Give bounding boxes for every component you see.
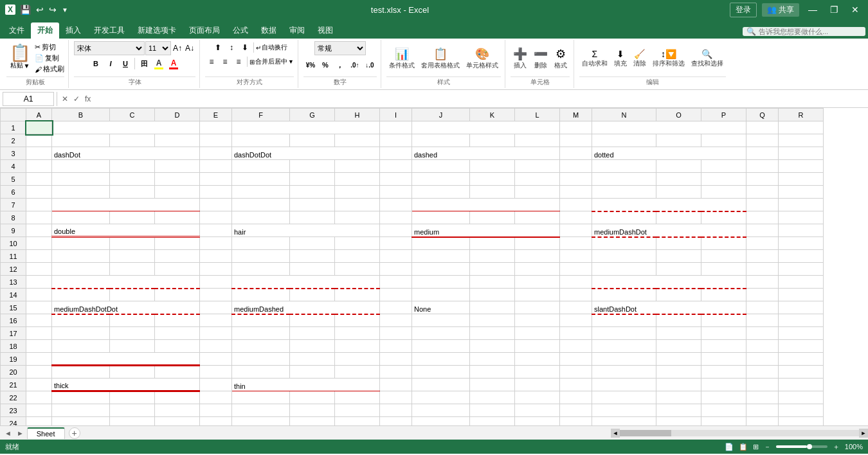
cell-Q9[interactable] [746,224,779,237]
cell-J16[interactable] [412,314,470,327]
cell-N22[interactable] [592,391,656,404]
cell-M15[interactable] [560,301,592,314]
cell-Q4[interactable] [746,160,779,173]
cell-J18[interactable] [412,340,470,353]
cell-G17[interactable] [290,327,335,340]
cell-B18[interactable] [52,340,110,353]
cell-D6[interactable] [155,186,200,199]
cell-K11[interactable] [470,250,515,263]
cell-C11[interactable] [110,250,155,263]
formula-confirm-button[interactable]: ✓ [71,94,82,104]
cell-B21[interactable]: thick [52,379,200,391]
cell-J3[interactable]: dashed [412,147,560,160]
cell-A1[interactable] [26,121,52,134]
cell-F1[interactable] [232,121,380,134]
cell-P2[interactable] [701,134,746,147]
cell-K16[interactable] [470,314,515,327]
conditional-format-button[interactable]: 📊 条件格式 [386,46,417,71]
cell-J21[interactable] [412,379,470,391]
cell-C10[interactable] [110,237,155,250]
horizontal-scrollbar[interactable]: ◄ ► [611,429,868,438]
cell-P18[interactable] [701,340,746,353]
decrease-decimal-button[interactable]: ↓.0 [363,58,377,72]
cell-P10[interactable] [701,237,746,250]
formula-cancel-button[interactable]: ✕ [60,94,70,104]
cell-A19[interactable] [26,353,52,366]
cell-P20[interactable] [701,366,746,379]
cell-E12[interactable] [200,263,232,276]
cell-I6[interactable] [380,186,412,199]
cell-M6[interactable] [560,186,592,199]
cell-K12[interactable] [470,263,515,276]
cell-G19[interactable] [290,353,335,366]
cell-Q12[interactable] [746,263,779,276]
cell-A16[interactable] [26,314,52,327]
cell-L10[interactable] [515,237,560,250]
cell-N9[interactable]: mediumDashDot [592,224,746,237]
cell-P16[interactable] [701,314,746,327]
cell-J7[interactable] [412,199,560,211]
col-header-H[interactable]: H [335,109,380,121]
align-bottom-button[interactable]: ⬇ [239,41,251,54]
cell-K15[interactable] [470,301,515,314]
cell-M4[interactable] [560,160,592,173]
sheet-nav-prev[interactable]: ◄ [3,429,14,437]
cell-I14[interactable] [380,289,412,301]
cell-P6[interactable] [701,186,746,199]
cell-N24[interactable] [592,417,656,426]
cell-R8[interactable] [779,211,824,224]
cell-M23[interactable] [560,404,592,417]
cell-M14[interactable] [560,289,592,301]
cell-G22[interactable] [290,391,335,404]
cell-F20[interactable] [232,366,290,379]
cell-A24[interactable] [26,417,52,426]
cell-G5[interactable] [290,173,335,186]
merge-center-button[interactable]: ⊞ 合并后居中 ▼ [249,55,294,68]
cell-E14[interactable] [200,289,232,301]
cell-K4[interactable] [470,160,515,173]
clear-button[interactable]: 🧹 清除 [631,48,649,69]
cell-Q7[interactable] [746,199,779,211]
col-header-D[interactable]: D [155,109,200,121]
cell-G8[interactable] [290,211,335,224]
cell-A18[interactable] [26,340,52,353]
cell-H23[interactable] [335,404,380,417]
cell-A20[interactable] [26,366,52,379]
fill-button[interactable]: ⬇ 填充 [611,48,629,69]
cell-O17[interactable] [656,327,701,340]
cell-K8[interactable] [470,211,515,224]
percent-button[interactable]: % [318,58,332,72]
font-color-button[interactable]: A [167,57,181,71]
cell-G11[interactable] [290,250,335,263]
cell-E13[interactable] [200,276,232,289]
scroll-thumb[interactable] [620,430,671,436]
cell-J6[interactable] [412,186,470,199]
cell-B24[interactable] [52,417,110,426]
cell-K23[interactable] [470,404,515,417]
cell-G24[interactable] [290,417,335,426]
cell-I15[interactable] [380,301,412,314]
cell-N12[interactable] [592,263,656,276]
cell-L15[interactable] [515,301,560,314]
cell-F19[interactable] [232,353,290,366]
cell-M12[interactable] [560,263,592,276]
cell-D5[interactable] [155,173,200,186]
cell-Q13[interactable] [746,276,779,289]
cell-I19[interactable] [380,353,412,366]
cell-G6[interactable] [290,186,335,199]
cell-Q10[interactable] [746,237,779,250]
tab-formulas[interactable]: 公式 [226,22,255,39]
cell-O4[interactable] [656,160,701,173]
font-size-decrease-button[interactable]: A↓ [184,42,195,54]
cell-E4[interactable] [200,160,232,173]
cut-button[interactable]: ✂ 剪切 [35,42,64,52]
cell-P23[interactable] [701,404,746,417]
cell-R12[interactable] [779,263,824,276]
font-size-increase-button[interactable]: A↑ [172,42,183,54]
cell-M20[interactable] [560,366,592,379]
cell-H17[interactable] [335,327,380,340]
cell-styles-button[interactable]: 🎨 单元格样式 [464,46,501,71]
cell-F13[interactable] [232,276,380,289]
cell-O5[interactable] [656,173,701,186]
cell-M9[interactable] [560,224,592,237]
